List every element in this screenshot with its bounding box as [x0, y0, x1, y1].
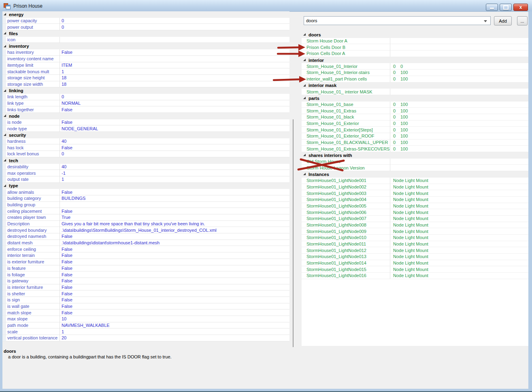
property-row[interactable]: storage size width18: [2, 81, 289, 88]
more-button[interactable]: ...: [517, 16, 528, 25]
add-button[interactable]: Add: [494, 16, 512, 25]
property-name[interactable]: stackable bonus mult: [6, 68, 60, 75]
component-values[interactable]: Node Light Mount: [390, 273, 528, 279]
component-values[interactable]: 0100: [390, 76, 528, 83]
component-name[interactable]: Prison Cells Door B: [302, 44, 390, 51]
component-row[interactable]: StormHouse01_LightNode015Node Light Moun…: [302, 266, 528, 273]
property-row[interactable]: icon: [2, 37, 289, 43]
category-row-tech[interactable]: tech: [2, 157, 289, 164]
component-row[interactable]: Prison Cells Door A: [302, 51, 528, 57]
component-name[interactable]: Storm_House_01_ interior MASK: [302, 89, 390, 95]
property-name[interactable]: is wall gate: [6, 303, 60, 310]
component-values[interactable]: Node Light Mount: [390, 266, 528, 273]
collapse-triangle-icon[interactable]: [4, 133, 6, 136]
component-values[interactable]: [390, 51, 528, 57]
component-values[interactable]: [390, 38, 528, 44]
property-row[interactable]: stackable bonus mult1: [2, 68, 289, 75]
collapse-triangle-icon[interactable]: [303, 59, 306, 61]
collapse-triangle-icon[interactable]: [4, 159, 6, 161]
property-name[interactable]: allow animals: [6, 189, 60, 195]
category-row-node[interactable]: node: [2, 113, 289, 119]
property-name[interactable]: is feature: [6, 265, 60, 272]
component-row[interactable]: StormHouse01_LightNode011Node Light Moun…: [302, 241, 528, 248]
property-name[interactable]: itemtype limit: [6, 62, 60, 69]
component-values[interactable]: [390, 159, 528, 165]
component-values[interactable]: 0100: [390, 146, 528, 152]
property-row[interactable]: building categoryBUILDINGS: [2, 195, 289, 202]
property-name[interactable]: interior terrain: [6, 252, 60, 259]
component-values[interactable]: 0100: [390, 127, 528, 133]
component-name[interactable]: Storm_House_01_Exterior: [302, 121, 390, 127]
property-row[interactable]: DescriptionGives you a fair bit more spa…: [2, 221, 289, 227]
property-name[interactable]: is sign: [6, 297, 60, 303]
component-values[interactable]: 0100: [390, 102, 528, 108]
component-values[interactable]: Node Light Mount: [390, 235, 528, 241]
component-values[interactable]: Node Light Mount: [390, 209, 528, 216]
property-row[interactable]: desirability40: [2, 164, 289, 170]
property-row[interactable]: max operators-1: [2, 170, 289, 176]
component-row[interactable]: Storm House Door A: [302, 38, 528, 44]
category-row-security[interactable]: security: [2, 132, 289, 138]
property-value[interactable]: False: [60, 106, 289, 113]
property-row[interactable]: distant mesh.\data\buildings\distant\sto…: [2, 240, 289, 246]
collapse-triangle-icon[interactable]: [4, 89, 6, 92]
titlebar[interactable]: Prison House x: [0, 0, 532, 12]
property-row[interactable]: match slopeFalse: [2, 309, 289, 316]
component-values[interactable]: [390, 44, 528, 51]
property-name[interactable]: link length: [6, 94, 60, 100]
property-value[interactable]: 1: [60, 328, 289, 335]
property-value[interactable]: .\data\buildings\distant\stormhouse1-dis…: [60, 240, 289, 246]
component-name[interactable]: StormHouse01_LightNode016: [302, 273, 390, 279]
category-row-type[interactable]: type: [2, 183, 289, 189]
property-name[interactable]: is shelter: [6, 290, 60, 297]
property-name[interactable]: max slope: [6, 316, 60, 322]
component-name[interactable]: Storm House Door A: [302, 38, 390, 44]
component-row[interactable]: StormHouse01_LightNode009Node Light Moun…: [302, 228, 528, 235]
component-row[interactable]: StormHouse01_LightNode010Node Light Moun…: [302, 235, 528, 241]
property-row[interactable]: is shelterFalse: [2, 290, 289, 297]
collapse-triangle-icon[interactable]: [303, 84, 306, 87]
component-values[interactable]: Node Light Mount: [390, 197, 528, 203]
component-values[interactable]: 0100: [390, 121, 528, 127]
component-row[interactable]: StormHouse01_LightNode008Node Light Moun…: [302, 222, 528, 229]
property-name[interactable]: destroyed boundary: [6, 227, 60, 233]
property-row[interactable]: ceiling placementFalse: [2, 208, 289, 214]
component-row[interactable]: StormHouse01_LightNode004Node Light Moun…: [302, 197, 528, 203]
component-values[interactable]: 0100: [390, 108, 528, 114]
property-row[interactable]: has lockFalse: [2, 144, 289, 151]
property-row[interactable]: is nodeFalse: [2, 119, 289, 126]
property-row[interactable]: link length0: [2, 94, 289, 100]
property-name[interactable]: power output: [6, 24, 60, 30]
property-value[interactable]: False: [60, 284, 289, 291]
collapse-triangle-icon[interactable]: [303, 97, 306, 99]
property-row[interactable]: is interior furnitureFalse: [2, 284, 289, 291]
property-name[interactable]: is gateway: [6, 278, 60, 284]
collapse-triangle-icon[interactable]: [303, 154, 306, 156]
property-name[interactable]: storage size height: [6, 75, 60, 81]
component-values[interactable]: [390, 89, 528, 95]
property-name[interactable]: building category: [6, 195, 60, 202]
property-row[interactable]: hardness40: [2, 138, 289, 145]
collapse-triangle-icon[interactable]: [4, 32, 6, 34]
property-value[interactable]: False: [60, 119, 289, 126]
component-name[interactable]: interior_wall1_part Prison cells: [302, 76, 390, 83]
property-row[interactable]: inventory content name: [2, 56, 289, 62]
property-row[interactable]: creates player townTrue: [2, 214, 289, 221]
property-value[interactable]: BUILDINGS: [60, 195, 289, 202]
property-name[interactable]: ceiling placement: [6, 208, 60, 214]
component-row[interactable]: Storm_House_01_Interior00: [302, 63, 528, 70]
component-category-row-doors[interactable]: doors: [302, 32, 528, 38]
property-row[interactable]: max slope10: [2, 316, 289, 322]
property-row[interactable]: power capacity0: [2, 18, 289, 24]
component-name[interactable]: Storm_House_01_Exterior_ROOF: [302, 133, 390, 140]
property-name[interactable]: output rate: [6, 176, 60, 183]
component-row[interactable]: StormHouse01_LightNode014Node Light Moun…: [302, 260, 528, 267]
component-row[interactable]: Old Storm House: [302, 159, 528, 165]
property-value[interactable]: 40: [60, 164, 289, 170]
component-row[interactable]: Storm_House_01_base0100: [302, 102, 528, 108]
property-name[interactable]: is foliage: [6, 271, 60, 278]
property-row[interactable]: is exterior furnitureFalse: [2, 259, 289, 265]
property-name[interactable]: storage size width: [6, 81, 60, 88]
property-value[interactable]: False: [60, 271, 289, 278]
component-row[interactable]: Storm_House_01_Exterior0100: [302, 121, 528, 127]
